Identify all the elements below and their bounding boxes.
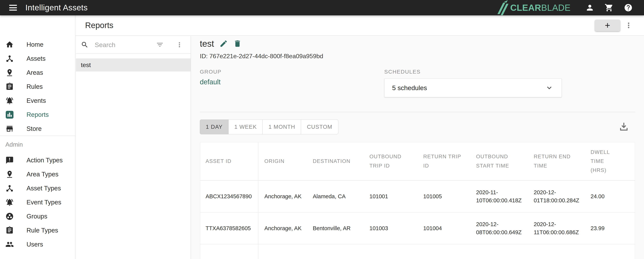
col-dwell-time[interactable]: DWELL TIME (HRS) — [584, 142, 635, 180]
schedules-label: SCHEDULES — [384, 69, 562, 75]
sidebar-item-reports[interactable]: Reports — [0, 108, 75, 122]
delete-report-button[interactable] — [233, 40, 242, 48]
asset-types-icon — [6, 184, 14, 192]
sidebar-item-event-types[interactable]: Event Types — [0, 195, 75, 209]
schedules-select-value: 5 schedules — [392, 84, 427, 92]
col-origin[interactable]: ORIGIN — [258, 142, 307, 180]
assets-icon — [6, 54, 14, 63]
group-field: GROUP default — [200, 69, 222, 86]
sidebar-item-action-types[interactable]: Action Types — [0, 153, 75, 167]
date-range-tabs: 1 DAY 1 WEEK 1 MONTH CUSTOM — [200, 120, 338, 134]
sidebar-item-area-types[interactable]: Area Types — [0, 167, 75, 181]
table-row[interactable]: TTXA6378582605 Anchorage, AK Bentonville… — [200, 212, 635, 244]
more-vert-icon — [176, 41, 183, 48]
search-row — [76, 36, 190, 54]
tab-1-week[interactable]: 1 WEEK — [228, 120, 263, 134]
cell-asset-id: ABCX1234567890 — [200, 180, 258, 212]
filter-icon — [156, 41, 164, 48]
cell-return-trip-id: 101004 — [417, 212, 470, 244]
report-result-list: test — [76, 58, 190, 72]
col-return-trip-id[interactable]: RETURN TRIP ID — [417, 142, 470, 180]
tab-custom[interactable]: CUSTOM — [301, 120, 338, 134]
cell-return-trip-id: 101005 — [417, 180, 470, 212]
help-button[interactable] — [624, 3, 633, 12]
list-more-button[interactable] — [176, 41, 183, 48]
action-types-icon — [6, 156, 14, 164]
report-detail: test ID: 767e221e-2d27-44dc-800f-f8ea09a… — [191, 36, 644, 259]
cell-outbound-trip-id: 101001 — [363, 180, 417, 212]
sidebar-item-users[interactable]: Users — [0, 237, 75, 251]
cell-return-end-time: 2020-12-01T18:00:00.284Z — [528, 180, 584, 212]
rules-icon — [6, 82, 14, 91]
schedules-select[interactable]: 5 schedules — [384, 78, 562, 97]
col-outbound-trip-id[interactable]: OUTBOUND TRIP ID — [363, 142, 417, 180]
sidebar-item-rules[interactable]: Rules — [0, 80, 75, 94]
cell-dwell-time: 23.99 — [584, 212, 635, 244]
sidebar-item-store[interactable]: Store — [0, 122, 75, 136]
search-icon — [81, 41, 88, 48]
download-icon — [619, 122, 629, 132]
group-value-link[interactable]: default — [200, 78, 220, 86]
col-return-end-time[interactable]: RETURN END TIME — [528, 142, 584, 180]
tab-1-month[interactable]: 1 MONTH — [262, 120, 301, 134]
col-outbound-start-time[interactable]: OUTBOUND START TIME — [470, 142, 528, 180]
col-destination[interactable]: DESTINATION — [307, 142, 363, 180]
search-input[interactable] — [95, 41, 141, 48]
table-row[interactable]: ABCX1234567890 Anchorage, AK Alameda, CA… — [200, 180, 635, 212]
chevron-down-icon — [546, 84, 553, 92]
admin-list: Action Types Area Types Asset Types Even… — [0, 153, 75, 251]
user-account-button[interactable] — [585, 3, 594, 12]
admin-section-label: Admin — [0, 141, 75, 148]
menu-icon[interactable] — [9, 5, 17, 10]
report-table-card: ASSET ID ORIGIN DESTINATION OUTBOUND TRI… — [200, 142, 635, 259]
sidebar-item-asset-types[interactable]: Asset Types — [0, 181, 75, 195]
cart-icon — [604, 3, 614, 12]
sidebar-divider — [0, 136, 75, 136]
cell-outbound-trip-id: 101003 — [363, 212, 417, 244]
tab-1-day[interactable]: 1 DAY — [200, 120, 229, 134]
users-icon — [6, 240, 14, 248]
store-cart-button[interactable] — [604, 3, 614, 12]
page-header-more-button[interactable] — [624, 21, 633, 30]
sidebar-item-groups[interactable]: Groups — [0, 209, 75, 223]
cell-outbound-start-time: 2020-12-08T06:00:00.649Z — [470, 212, 528, 244]
download-button[interactable] — [619, 122, 629, 132]
group-label: GROUP — [200, 69, 222, 75]
more-vert-icon — [624, 21, 633, 30]
trash-icon — [233, 40, 242, 48]
filter-button[interactable] — [156, 41, 164, 48]
col-asset-id[interactable]: ASSET ID — [200, 142, 258, 180]
cell-origin: Anchorage, AK — [258, 180, 307, 212]
events-icon — [6, 96, 14, 105]
cell-dwell-time: 24.00 — [584, 180, 635, 212]
areas-icon — [6, 68, 14, 77]
reports-list-panel: test — [76, 36, 191, 259]
app-bar: Intelligent Assets CLEARBLADE — [0, 0, 644, 15]
app-title: Intelligent Assets — [25, 3, 88, 12]
report-id: ID: 767e221e-2d27-44dc-800f-f8ea09a959bd — [200, 53, 323, 60]
sidebar-item-areas[interactable]: Areas — [0, 66, 75, 80]
report-table: ASSET ID ORIGIN DESTINATION OUTBOUND TRI… — [200, 142, 635, 244]
edit-report-button[interactable] — [220, 40, 228, 48]
rule-types-icon — [6, 226, 14, 234]
sidebar-item-rule-types[interactable]: Rule Types — [0, 223, 75, 237]
cell-outbound-start-time: 2020-11-10T06:00:00.418Z — [470, 180, 528, 212]
report-list-item[interactable]: test — [76, 58, 190, 72]
home-icon — [6, 40, 14, 49]
page-header: Reports + — [76, 15, 644, 36]
report-title: test — [200, 38, 214, 49]
content-divider — [200, 112, 636, 112]
add-report-button[interactable]: + — [595, 20, 620, 31]
clearblade-logo-mark — [497, 0, 509, 15]
sidebar-item-assets[interactable]: Assets — [0, 52, 75, 66]
reports-icon — [6, 110, 14, 119]
cell-return-end-time: 2020-12-11T06:00:00.686Z — [528, 212, 584, 244]
store-icon — [6, 124, 14, 133]
pencil-icon — [220, 40, 228, 48]
sidebar-item-events[interactable]: Events — [0, 94, 75, 108]
report-title-row: test — [200, 38, 242, 49]
sidebar: Home Assets Areas Rules Events Reports S… — [0, 15, 76, 259]
clearblade-logo: CLEARBLADE — [497, 0, 570, 15]
event-types-icon — [6, 198, 14, 206]
sidebar-item-home[interactable]: Home — [0, 38, 75, 52]
